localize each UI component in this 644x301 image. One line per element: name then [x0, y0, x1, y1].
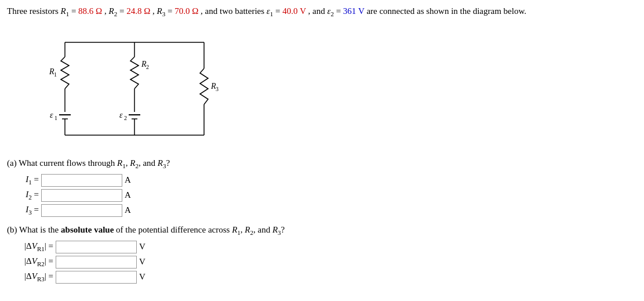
I2-row: I2 = A — [7, 189, 637, 202]
I3-input[interactable] — [41, 204, 122, 217]
part-a-title: (a) What current flows through R1, R2, a… — [7, 158, 637, 169]
I2-unit: A — [125, 190, 131, 200]
dVR1-label: |ΔVR1| = — [7, 241, 53, 252]
R3-label: R3 — [157, 6, 166, 16]
R1-eq: = — [71, 6, 78, 16]
R1-value: 88.6 Ω — [78, 6, 102, 16]
dVR3-row: |ΔVR3| = V — [7, 271, 637, 284]
circuit-svg: R 1 ε 1 R 2 ε 2 R 3 — [42, 25, 233, 158]
I1-label: I1 = — [7, 175, 39, 186]
I3-row: I3 = A — [7, 204, 637, 217]
svg-text:1: 1 — [54, 115, 57, 121]
R2-value: 24.8 Ω — [126, 6, 150, 16]
R3-value: 70.0 Ω — [174, 6, 198, 16]
E2-value: 361 V — [343, 6, 365, 16]
E1-eq: = — [275, 6, 282, 16]
sep3: , and — [308, 6, 328, 16]
dVR1-input[interactable] — [56, 241, 137, 253]
end-text: are connected as shown in the diagram be… — [366, 6, 526, 16]
sep2: , — [152, 6, 157, 16]
dVR2-row: |ΔVR2| = V — [7, 256, 637, 269]
part-b-section: (b) What is the absolute value of the po… — [7, 225, 637, 284]
dVR2-input[interactable] — [56, 256, 137, 269]
svg-text:ε: ε — [50, 111, 53, 119]
svg-text:1: 1 — [54, 71, 57, 78]
I1-input[interactable] — [41, 174, 122, 187]
svg-text:ε: ε — [119, 111, 123, 119]
problem-statement: Three resistors R1 = 88.6 Ω , R2 = 24.8 … — [7, 5, 637, 19]
I3-label: I3 = — [7, 205, 39, 216]
sep1: , — [104, 6, 109, 16]
R2-label: R2 — [109, 6, 118, 16]
part-b-title: (b) What is the absolute value of the po… — [7, 225, 637, 236]
dVR1-row: |ΔVR1| = V — [7, 241, 637, 253]
R3-eq: = — [168, 6, 174, 16]
E1-label: ε1 — [267, 6, 273, 16]
dVR3-input[interactable] — [56, 271, 137, 284]
R2-eq: = — [119, 6, 126, 16]
dVR3-label: |ΔVR3| = — [7, 271, 53, 282]
part-a-text: (a) What current flows through R1, R2, a… — [7, 158, 170, 168]
dVR2-label: |ΔVR2| = — [7, 256, 53, 267]
dVR2-unit: V — [139, 257, 145, 267]
dVR1-unit: V — [139, 242, 145, 252]
I3-unit: A — [125, 205, 131, 215]
E2-label: ε2 — [327, 6, 333, 16]
I2-label: I2 = — [7, 190, 39, 201]
E2-eq: = — [336, 6, 343, 16]
E1-value: 40.0 V — [282, 6, 306, 16]
circuit-diagram: R 1 ε 1 R 2 ε 2 R 3 — [42, 25, 227, 153]
part-b-text: (b) What is the absolute value of the po… — [7, 225, 285, 234]
I1-unit: A — [125, 175, 131, 185]
svg-text:2: 2 — [146, 64, 149, 70]
intro-text: Three resistors — [7, 6, 60, 16]
dVR3-unit: V — [139, 272, 145, 282]
battery-intro: , and two batteries — [201, 6, 267, 16]
R1-label: R1 — [60, 6, 69, 16]
svg-text:2: 2 — [124, 115, 127, 121]
part-a-section: (a) What current flows through R1, R2, a… — [7, 158, 637, 217]
I1-row: I1 = A — [7, 174, 637, 187]
svg-text:3: 3 — [216, 86, 219, 92]
I2-input[interactable] — [41, 189, 122, 202]
